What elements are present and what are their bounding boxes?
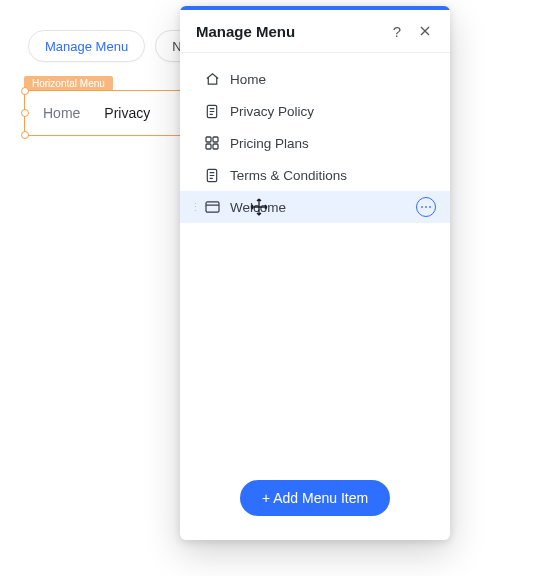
panel-header: Manage Menu ? bbox=[180, 10, 450, 53]
menu-item-label: Home bbox=[230, 72, 436, 87]
pill-label: Manage Menu bbox=[45, 39, 128, 54]
svg-rect-1 bbox=[206, 137, 211, 142]
close-icon[interactable] bbox=[416, 22, 434, 40]
menu-item-welcome[interactable]: ⋮⋮ Welcome ⋯ bbox=[180, 191, 450, 223]
nav-item-privacy[interactable]: Privacy bbox=[104, 105, 150, 121]
menu-item-terms-conditions[interactable]: ⋮⋮ Terms & Conditions ⋯ bbox=[180, 159, 450, 191]
menu-items-list: ⋮⋮ Home ⋯ ⋮⋮ Privacy Policy ⋯ ⋮⋮ Pricing… bbox=[180, 53, 450, 462]
svg-rect-4 bbox=[213, 144, 218, 149]
nav-item-home[interactable]: Home bbox=[43, 105, 80, 121]
manage-menu-panel: Manage Menu ? ⋮⋮ Home ⋯ ⋮⋮ Privacy Polic… bbox=[180, 6, 450, 540]
drag-handle-icon[interactable]: ⋮⋮ bbox=[190, 201, 200, 214]
menu-item-home[interactable]: ⋮⋮ Home ⋯ bbox=[180, 63, 450, 95]
svg-rect-6 bbox=[206, 201, 219, 211]
menu-item-label: Terms & Conditions bbox=[230, 168, 436, 183]
page-icon bbox=[204, 103, 220, 119]
browser-icon bbox=[204, 199, 220, 215]
panel-footer: + Add Menu Item bbox=[180, 462, 450, 540]
manage-menu-pill[interactable]: Manage Menu bbox=[28, 30, 145, 62]
add-menu-item-button[interactable]: + Add Menu Item bbox=[240, 480, 390, 516]
resize-handle[interactable] bbox=[21, 131, 29, 139]
menu-item-label: Pricing Plans bbox=[230, 136, 436, 151]
grid-icon bbox=[204, 135, 220, 151]
menu-item-label: Privacy Policy bbox=[230, 104, 436, 119]
menu-item-privacy-policy[interactable]: ⋮⋮ Privacy Policy ⋯ bbox=[180, 95, 450, 127]
home-icon bbox=[204, 71, 220, 87]
svg-rect-3 bbox=[206, 144, 211, 149]
resize-handle[interactable] bbox=[21, 87, 29, 95]
element-type-badge: Horizontal Menu bbox=[24, 76, 113, 91]
help-icon[interactable]: ? bbox=[388, 22, 406, 40]
resize-handle[interactable] bbox=[21, 109, 29, 117]
page-icon bbox=[204, 167, 220, 183]
menu-item-pricing-plans[interactable]: ⋮⋮ Pricing Plans ⋯ bbox=[180, 127, 450, 159]
move-cursor-icon bbox=[250, 198, 268, 216]
panel-title: Manage Menu bbox=[196, 23, 378, 40]
svg-rect-2 bbox=[213, 137, 218, 142]
more-options-icon[interactable]: ⋯ bbox=[416, 197, 436, 217]
